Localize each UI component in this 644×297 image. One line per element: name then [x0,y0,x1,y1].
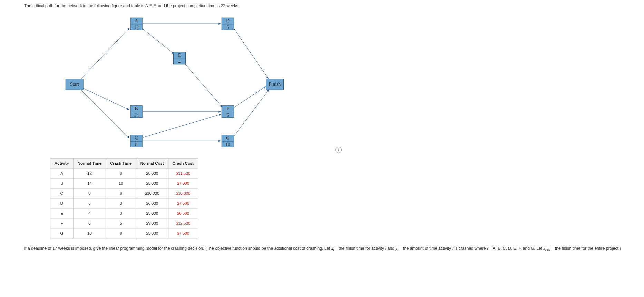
node-A: A 12 [130,18,143,30]
cell-normal-time: 14 [73,178,106,188]
cell-activity: F [50,218,74,228]
svg-line-11 [233,89,269,137]
cell-normal-time: 5 [73,198,106,208]
cell-normal-cost: $9,000 [136,218,168,228]
cell-normal-cost: $10,000 [136,188,168,198]
info-icon[interactable]: i [335,147,342,153]
node-D: D 5 [222,18,234,30]
cell-normal-time: 12 [73,168,106,178]
node-F-label: F [222,106,234,112]
table-row: D 5 3 $6,000 $7,500 [50,198,198,208]
cell-crash-cost: $11,500 [168,168,198,178]
node-C-label: C [130,135,142,142]
activity-table: Activity Normal Time Crash Time Normal C… [50,158,198,238]
cell-normal-time: 8 [73,188,106,198]
network-diagram: Start A 12 D 5 E 4 B 14 F 6 C 8 G 10 Fin… [59,13,321,151]
svg-line-7 [184,62,222,107]
cell-crash-time: 10 [106,178,136,188]
svg-line-10 [233,86,266,108]
cell-crash-time: 8 [106,228,136,238]
cell-crash-time: 5 [106,218,136,228]
cell-normal-cost: $8,000 [136,168,168,178]
th-crash-time: Crash Time [106,158,136,168]
node-B: B 14 [130,105,143,118]
node-C: C 8 [130,135,143,147]
var-xfin: xFIN [543,246,550,251]
question-text: If a deadline of 17 weeks is imposed, gi… [24,245,637,253]
node-D-value: 5 [222,24,234,30]
node-G-value: 10 [222,142,234,147]
node-finish: Finish [266,79,284,90]
cell-crash-cost: $6,500 [168,208,198,218]
cell-activity: G [50,228,74,238]
cell-crash-cost: $7,000 [168,178,198,188]
th-crash-cost: Crash Cost [168,158,198,168]
node-start: Start [66,79,84,90]
cell-normal-time: 4 [73,208,106,218]
q-part5: is crashed where [453,246,487,251]
cell-normal-cost: $5,000 [136,178,168,188]
q-part1: If a deadline of 17 weeks is imposed, gi… [24,246,331,251]
cell-crash-time: 3 [106,198,136,208]
node-A-label: A [130,18,142,24]
svg-line-2 [79,89,129,138]
cell-normal-cost: $5,000 [136,208,168,218]
th-normal-time: Normal Time [73,158,106,168]
table-header-row: Activity Normal Time Crash Time Normal C… [50,158,198,168]
svg-line-8 [143,114,222,137]
node-B-label: B [130,106,142,112]
problem-intro: The critical path for the network in the… [24,3,644,8]
q-part3: and [386,246,396,251]
svg-line-4 [142,28,174,54]
node-E-label: E [174,52,185,59]
table-row: F 6 5 $9,000 $12,500 [50,218,198,228]
node-D-label: D [222,18,234,24]
node-F: F 6 [222,105,234,118]
cell-crash-cost: $7,500 [168,228,198,238]
table-row: C 8 8 $10,000 $10,000 [50,188,198,198]
th-normal-cost: Normal Cost [136,158,168,168]
cell-activity: B [50,178,74,188]
var-xi: xi [331,246,334,251]
cell-activity: A [50,168,74,178]
cell-crash-cost: $12,500 [168,218,198,228]
q-part6: = A, B, C, D, E, F, and G. Let [488,246,543,251]
node-G: G 10 [222,135,234,147]
cell-normal-time: 10 [73,228,106,238]
table-row: E 4 3 $5,000 $6,500 [50,208,198,218]
cell-crash-time: 8 [106,168,136,178]
cell-normal-cost: $6,000 [136,198,168,208]
node-E-value: 4 [174,59,185,65]
table-row: A 12 8 $8,000 $11,500 [50,168,198,178]
cell-activity: C [50,188,74,198]
svg-line-1 [79,86,129,110]
cell-normal-cost: $5,000 [136,228,168,238]
node-C-value: 8 [130,142,142,147]
cell-crash-cost: $7,500 [168,198,198,208]
th-activity: Activity [50,158,74,168]
node-E: E 4 [173,52,186,64]
cell-crash-cost: $10,000 [168,188,198,198]
table-row: B 14 10 $5,000 $7,000 [50,178,198,188]
node-B-value: 14 [130,112,142,118]
q-part2: = the finish time for activity [334,246,385,251]
q-part4: = the amount of time activity [398,246,452,251]
q-part7: = the finish time for the entire project… [550,246,621,251]
svg-line-0 [79,28,129,81]
node-A-value: 12 [130,24,142,30]
cell-crash-time: 8 [106,188,136,198]
node-G-label: G [222,135,234,142]
cell-normal-time: 6 [73,218,106,228]
cell-crash-time: 3 [106,208,136,218]
cell-activity: E [50,208,74,218]
var-yi: yi [396,246,398,251]
table-row: G 10 8 $5,000 $7,500 [50,228,198,238]
svg-line-9 [233,27,269,79]
node-F-value: 6 [222,112,234,118]
cell-activity: D [50,198,74,208]
